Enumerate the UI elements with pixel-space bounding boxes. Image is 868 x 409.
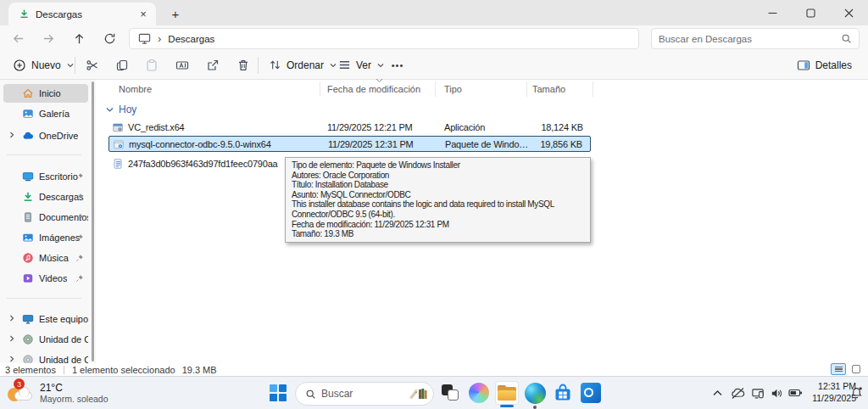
document-icon [112, 158, 124, 170]
edge-button[interactable] [523, 381, 547, 405]
start-button[interactable] [266, 381, 290, 405]
tab-close-icon[interactable]: × [136, 7, 151, 22]
file-date: 11/29/2025 12:31 PM [326, 139, 442, 149]
documents-icon [22, 211, 34, 223]
refresh-button[interactable] [98, 28, 120, 48]
file-row-mysql-connector[interactable]: mysql-connector-odbc-9.5.0-winx64 11/29/… [108, 136, 591, 152]
chevron-down-icon [106, 106, 114, 114]
this-pc-icon [138, 32, 151, 45]
this-pc-icon [22, 313, 34, 325]
icons-view-button[interactable] [849, 363, 864, 375]
ellipsis-icon: ••• [392, 60, 404, 70]
sidebar-divider [7, 298, 81, 299]
copilot-button[interactable] [467, 381, 491, 405]
sidebar-item-este-equipo[interactable]: Este equipo [3, 310, 88, 328]
music-icon [22, 252, 34, 264]
sidebar-item-galeria[interactable]: Galería [3, 104, 88, 123]
sidebar-item-musica[interactable]: Música [3, 249, 88, 267]
details-button-label: Detalles [815, 59, 852, 71]
volume-button[interactable] [766, 382, 787, 404]
sidebar-item-inicio[interactable]: Inicio [3, 84, 88, 103]
view-list-icon [338, 59, 351, 71]
column-header-tipo[interactable]: Tipo [436, 81, 527, 97]
column-header-fecha[interactable]: Fecha de modificación [320, 81, 436, 97]
sort-button[interactable]: Ordenar [263, 53, 342, 76]
weather-widget[interactable]: 3 21°C Mayorm. soleado [7, 380, 108, 406]
outlook-button[interactable] [579, 381, 603, 405]
cut-icon [86, 59, 99, 72]
onedrive-status-button[interactable] [727, 382, 748, 404]
paste-icon [145, 59, 159, 72]
back-button[interactable] [7, 28, 29, 48]
sidebar-item-label: Este equipo [39, 314, 88, 324]
up-button[interactable] [68, 28, 90, 48]
sidebar-item-cd-d[interactable]: Unidad de CD (D [3, 330, 88, 349]
outlook-icon [581, 383, 601, 403]
sidebar-divider [7, 154, 81, 155]
more-options-button[interactable]: ••• [383, 53, 412, 76]
group-header-hoy[interactable]: Hoy [106, 103, 136, 116]
sidebar-scrollbar[interactable] [92, 81, 94, 361]
sidebar-item-documentos[interactable]: Documentos [3, 208, 88, 227]
pin-icon [75, 274, 84, 283]
breadcrumb[interactable]: › Descargas [129, 28, 639, 49]
tooltip-line: Connector/ODBC 9.5 (64-bit). [292, 210, 584, 220]
details-view-button[interactable] [831, 363, 846, 375]
pin-icon [75, 254, 84, 262]
breadcrumb-location[interactable]: Descargas [168, 34, 214, 44]
tab-title: Descargas [36, 9, 130, 20]
notification-badge: 3 [14, 378, 25, 389]
sidebar-item-onedrive[interactable]: OneDrive [3, 126, 88, 145]
file-row-vc-redist[interactable]: VC_redist.x64 11/29/2025 12:21 PM Aplica… [108, 119, 591, 135]
sidebar-item-label: Escritorio [39, 171, 78, 182]
file-name: mysql-connector-odbc-9.5.0-winx64 [129, 139, 271, 149]
minimize-button[interactable] [754, 0, 792, 25]
paste-button[interactable] [139, 53, 164, 76]
maximize-button[interactable] [792, 0, 830, 25]
copy-button[interactable] [109, 53, 135, 76]
tooltip-line: Fecha de modificación: 11/29/2025 12:31 … [292, 220, 584, 230]
status-selection-size: 19.3 MB [182, 365, 217, 375]
sidebar-item-cd-e[interactable]: Unidad de CD (E [3, 350, 88, 363]
sidebar-item-descargas[interactable]: Descargas [3, 188, 88, 206]
view-toggles [831, 363, 864, 375]
store-button[interactable] [551, 381, 575, 405]
sidebar-item-videos[interactable]: Videos [3, 269, 88, 288]
new-tab-button[interactable]: + [167, 5, 184, 22]
icons-view-icon [852, 365, 860, 373]
battery-icon [788, 387, 803, 399]
sidebar-item-escritorio[interactable]: Escritorio [3, 167, 88, 186]
sidebar-item-imagenes[interactable]: Imágenes [3, 228, 88, 247]
view-button[interactable]: Ver [332, 53, 390, 76]
tooltip-line: Asunto: MySQL Connector/ODBC [292, 190, 584, 200]
sort-indicator-icon [376, 78, 383, 83]
tooltip-line: This installer database contains the log… [292, 199, 584, 210]
explorer-search-input[interactable] [659, 34, 841, 44]
delete-button[interactable] [231, 53, 256, 76]
tray-expand-button[interactable] [707, 382, 727, 404]
chevron-right-icon [8, 315, 15, 322]
rename-button[interactable] [170, 53, 195, 76]
forward-icon [42, 32, 55, 45]
taskbar-search-input[interactable] [321, 388, 403, 400]
column-header-tamano[interactable]: Tamaño [527, 81, 593, 97]
file-name: VC_redist.x64 [128, 122, 185, 132]
share-button[interactable] [200, 53, 225, 76]
task-view-button[interactable] [439, 381, 463, 405]
notifications-button[interactable] [848, 382, 865, 404]
column-header-nombre[interactable]: Nombre [96, 81, 320, 97]
cut-button[interactable] [80, 53, 105, 76]
chevron-right-icon: › [158, 32, 161, 45]
tab-descargas[interactable]: Descargas × [8, 3, 156, 25]
close-button[interactable] [830, 0, 868, 25]
forward-button[interactable] [37, 28, 59, 48]
cast-button[interactable] [748, 382, 768, 404]
details-pane-button[interactable]: Detalles [791, 53, 858, 76]
copy-icon [115, 59, 129, 72]
details-pane-icon [797, 59, 810, 72]
toolbar-separator [75, 57, 75, 74]
notification-bell-icon [850, 386, 863, 400]
taskbar-search[interactable] [295, 382, 434, 406]
new-button[interactable]: Nuevo [7, 53, 80, 76]
file-explorer-button[interactable] [495, 381, 519, 405]
